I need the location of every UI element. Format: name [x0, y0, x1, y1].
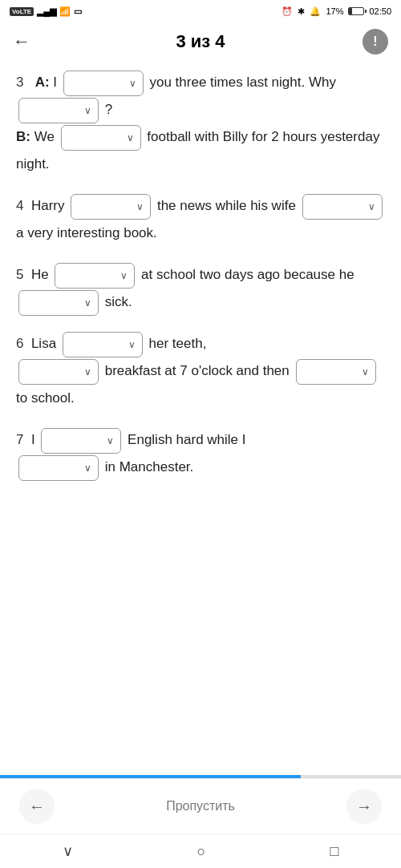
question-4: 4 Harry ∨ the news while his wife ∨ a ve… [16, 192, 385, 247]
chevron-down-icon: ∨ [84, 101, 91, 120]
q3-dropdown-2[interactable]: ∨ [18, 98, 99, 123]
main-content: 3 A: I ∨ you three times last night. Why… [0, 61, 401, 775]
q4-dropdown-1[interactable]: ∨ [71, 194, 151, 220]
progress-bar-container [0, 775, 401, 778]
page-title: 3 из 4 [38, 31, 363, 52]
chevron-down-icon: ∨ [362, 362, 369, 382]
question-number-6: 6 [16, 336, 23, 351]
question-number-4: 4 [16, 198, 23, 213]
status-left: VoLTE ▂▄▆ 📶 ▭ [10, 6, 82, 17]
status-right: ⏰ ✱ 🔔 17% 02:50 [282, 6, 391, 17]
question-number-3: 3 [16, 75, 23, 90]
alarm-icon: ⏰ [282, 6, 293, 17]
skip-button[interactable]: Пропустить [166, 799, 235, 813]
cast-icon: ▭ [74, 6, 82, 17]
battery-percentage: 17% [326, 6, 343, 16]
chevron-down-icon: ∨ [107, 431, 114, 450]
status-bar: VoLTE ▂▄▆ 📶 ▭ ⏰ ✱ 🔔 17% 02:50 [0, 0, 401, 22]
android-back-button[interactable]: ∨ [63, 842, 73, 860]
info-button[interactable]: ! [363, 29, 388, 55]
chevron-down-icon: ∨ [84, 362, 91, 382]
chevron-down-icon: ∨ [84, 293, 91, 313]
battery-icon [348, 7, 364, 15]
chevron-down-icon: ∨ [84, 458, 91, 478]
q6-dropdown-1[interactable]: ∨ [63, 332, 143, 357]
question-6: 6 Lisa ∨ her teeth, ∨ breakfast at 7 o'c… [16, 330, 385, 412]
chevron-down-icon: ∨ [128, 335, 136, 354]
question-5: 5 He ∨ at school two days ago because he… [16, 261, 385, 316]
chevron-down-icon: ∨ [127, 128, 134, 147]
speaker-a-label: A: [35, 75, 50, 90]
android-recent-button[interactable]: □ [330, 843, 339, 860]
q5-dropdown-1[interactable]: ∨ [55, 263, 135, 289]
q6-dropdown-2[interactable]: ∨ [18, 359, 99, 385]
time-display: 02:50 [369, 6, 391, 16]
chevron-down-icon: ∨ [136, 197, 144, 216]
chevron-down-icon: ∨ [368, 197, 375, 216]
chevron-down-icon: ∨ [120, 266, 128, 285]
bell-icon: 🔔 [310, 6, 321, 17]
question-number-5: 5 [16, 267, 23, 282]
chevron-down-icon: ∨ [129, 74, 136, 93]
bluetooth-icon: ✱ [298, 6, 305, 17]
question-3: 3 A: I ∨ you three times last night. Why… [16, 69, 385, 178]
q5-dropdown-2[interactable]: ∨ [18, 290, 99, 316]
question-7: 7 I ∨ English hard while I ∨ in Manchest… [16, 426, 385, 481]
q7-dropdown-2[interactable]: ∨ [18, 455, 99, 481]
speaker-b-label: B: [16, 129, 30, 144]
signal-icon: ▂▄▆ [37, 6, 56, 17]
q3-dropdown-3[interactable]: ∨ [61, 125, 141, 151]
next-button[interactable]: → [346, 789, 382, 824]
prev-button[interactable]: ← [19, 789, 55, 824]
wifi-icon: 📶 [59, 6, 71, 17]
bottom-navigation: ← Пропустить → [0, 778, 401, 834]
q6-dropdown-3[interactable]: ∨ [296, 359, 376, 385]
q7-dropdown-1[interactable]: ∨ [41, 428, 121, 454]
progress-bar-fill [0, 775, 301, 778]
back-button[interactable]: ← [13, 31, 38, 52]
q4-dropdown-2[interactable]: ∨ [302, 194, 383, 220]
header: ← 3 из 4 ! [0, 22, 401, 61]
android-nav-bar: ∨ ○ □ [0, 834, 401, 868]
android-home-button[interactable]: ○ [197, 843, 206, 860]
q3-dropdown-1[interactable]: ∨ [63, 71, 144, 96]
question-number-7: 7 [16, 432, 23, 447]
volte-badge: VoLTE [10, 7, 34, 16]
